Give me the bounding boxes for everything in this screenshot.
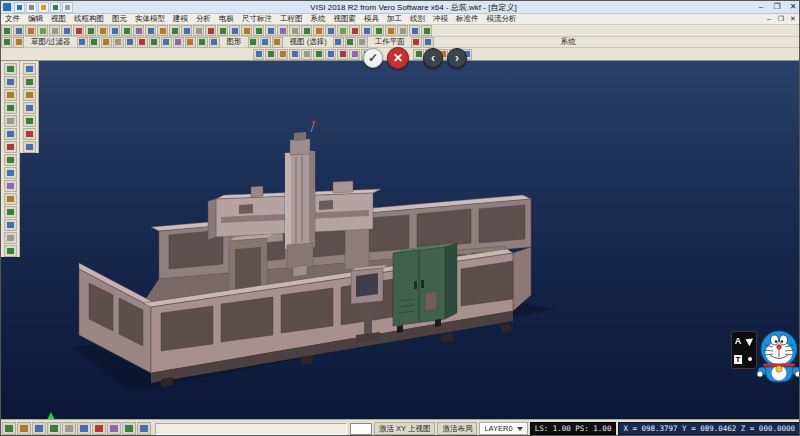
sidebar-tool-icon[interactable] [4, 141, 17, 153]
sidebar-tool-icon[interactable] [4, 115, 17, 127]
child-close-button[interactable]: ✕ [787, 15, 799, 23]
toolbar-icon[interactable] [423, 37, 434, 48]
toolbar-icon[interactable] [272, 37, 283, 48]
quick-access-icon[interactable] [26, 2, 37, 13]
snap-toggle-icon[interactable] [2, 422, 16, 435]
child-restore-button[interactable]: ❐ [775, 15, 787, 23]
toolbar-icon[interactable] [345, 37, 356, 48]
confirm-button[interactable]: ✓ [363, 48, 383, 68]
toolbar-icon[interactable] [121, 25, 132, 36]
sidebar-tool-icon[interactable] [23, 76, 36, 88]
sidebar-tool-icon[interactable] [4, 232, 17, 244]
snap-toggle-icon[interactable] [92, 422, 106, 435]
toolbar-icon[interactable] [397, 25, 408, 36]
toolbar-icon[interactable] [37, 25, 48, 36]
layer-selector[interactable]: LAYER0 [479, 422, 527, 435]
menu-item[interactable]: 文件 [1, 14, 24, 24]
menu-item[interactable]: 电极 [215, 14, 238, 24]
toolbar-icon[interactable] [277, 49, 288, 60]
sidebar-tool-icon[interactable] [4, 219, 17, 231]
toolbar-icon[interactable] [205, 25, 216, 36]
toolbar-icon[interactable] [113, 37, 124, 48]
quick-access-icon[interactable] [38, 2, 49, 13]
toolbar-icon[interactable] [49, 25, 60, 36]
menu-item[interactable]: 视图 [47, 14, 70, 24]
menu-item[interactable]: 编辑 [24, 14, 47, 24]
toolbar-icon[interactable] [169, 25, 180, 36]
menu-item[interactable]: 模具 [360, 14, 383, 24]
sidebar-tool-icon[interactable] [23, 128, 36, 140]
menu-item[interactable]: 视图窗 [330, 14, 361, 24]
sidebar-tool-icon[interactable] [4, 245, 17, 257]
toolbar-icon[interactable] [161, 37, 172, 48]
toolbar-icon[interactable] [97, 25, 108, 36]
toolbar-icon[interactable] [77, 37, 88, 48]
sidebar-tool-icon[interactable] [4, 89, 17, 101]
snap-toggle-icon[interactable] [47, 422, 61, 435]
toolbar-icon[interactable] [193, 25, 204, 36]
menu-item[interactable]: 图元 [108, 14, 131, 24]
toolbar-icon[interactable] [313, 49, 324, 60]
active-layout-indicator[interactable]: 激活布局 [437, 422, 477, 435]
quick-access-icon[interactable] [14, 2, 25, 13]
sidebar-tool-icon[interactable] [4, 154, 17, 166]
toolbar-icon[interactable] [409, 25, 420, 36]
quick-access-icon[interactable] [50, 2, 61, 13]
snap-toggle-icon[interactable] [107, 422, 121, 435]
menu-item[interactable]: 线割 [406, 14, 429, 24]
toolbar-icon[interactable] [185, 37, 196, 48]
toolbar-icon[interactable] [89, 37, 100, 48]
menu-item[interactable]: 线框构图 [70, 14, 108, 24]
toolbar-icon[interactable] [357, 37, 368, 48]
toolbar-icon[interactable] [137, 37, 148, 48]
toolbar-icon[interactable] [349, 25, 360, 36]
toolbar-icon[interactable] [217, 25, 228, 36]
sidebar-tool-icon[interactable] [23, 89, 36, 101]
sidebar-tool-icon[interactable] [4, 167, 17, 179]
close-button[interactable]: ✕ [785, 1, 800, 13]
sidebar-tool-icon[interactable] [4, 63, 17, 75]
toolbar-icon[interactable] [289, 49, 300, 60]
sidebar-tool-icon[interactable] [4, 193, 17, 205]
toolbar-icon[interactable] [333, 37, 344, 48]
toolbar-icon[interactable] [411, 37, 422, 48]
toolbar-icon[interactable] [1, 25, 12, 36]
dot-icon[interactable] [748, 357, 752, 361]
snap-toggle-icon[interactable] [137, 422, 151, 435]
toolbar-icon[interactable] [145, 25, 156, 36]
menu-item[interactable]: 冲模 [429, 14, 452, 24]
viewport-canvas[interactable]: 智造资料网 [1, 61, 800, 419]
toolbar-icon[interactable] [253, 25, 264, 36]
toolbar-icon[interactable] [133, 25, 144, 36]
toolbar-icon[interactable] [301, 49, 312, 60]
toolbar-icon[interactable] [277, 25, 288, 36]
toolbar-icon[interactable] [25, 25, 36, 36]
toolbar-icon[interactable] [101, 37, 112, 48]
toolbar-icon[interactable] [149, 37, 160, 48]
snap-toggle-icon[interactable] [17, 422, 31, 435]
toolbar-icon[interactable] [253, 49, 264, 60]
toolbar-icon[interactable] [157, 25, 168, 36]
previous-button[interactable]: ‹ [423, 48, 443, 68]
toolbar-icon[interactable] [421, 25, 432, 36]
toolbar-icon[interactable] [73, 25, 84, 36]
toolbar-icon[interactable] [197, 37, 208, 48]
menu-item[interactable]: 建模 [169, 14, 192, 24]
toolbar-icon[interactable] [241, 25, 252, 36]
toolbar-icon[interactable] [265, 25, 276, 36]
toolbar-icon[interactable] [289, 25, 300, 36]
toolbar-icon[interactable] [248, 37, 259, 48]
sidebar-tool-icon[interactable] [4, 76, 17, 88]
toolbar-icon[interactable] [209, 37, 220, 48]
menu-item[interactable]: 分析 [192, 14, 215, 24]
toolbar-icon[interactable] [260, 37, 271, 48]
coordinate-input[interactable] [350, 423, 372, 435]
sidebar-tool-icon[interactable] [23, 102, 36, 114]
menu-item[interactable]: 模流分析 [483, 14, 521, 24]
toolbar-icon[interactable] [385, 25, 396, 36]
sidebar-tool-icon[interactable] [4, 180, 17, 192]
snap-toggle-icon[interactable] [77, 422, 91, 435]
toolbar-icon[interactable] [301, 25, 312, 36]
snap-toggle-icon[interactable] [62, 422, 76, 435]
toolbar-icon[interactable] [349, 49, 360, 60]
